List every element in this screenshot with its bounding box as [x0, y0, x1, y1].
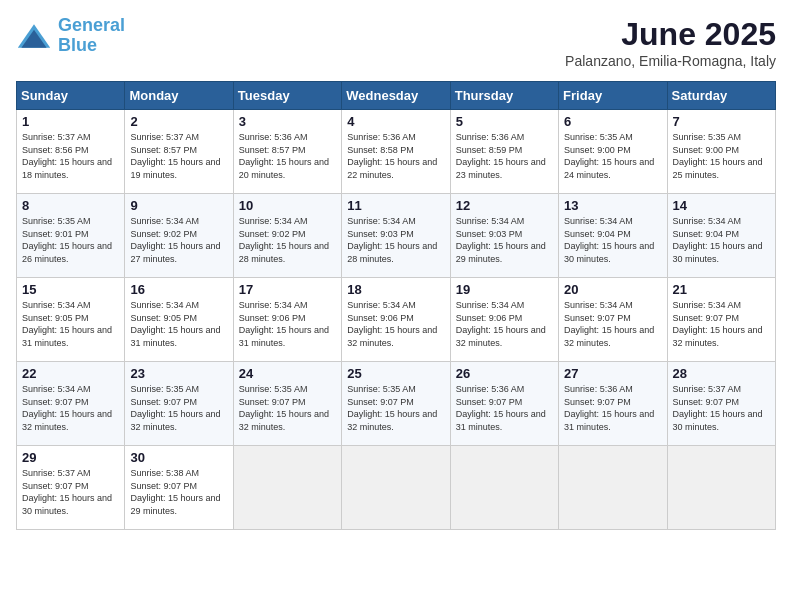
logo-icon	[16, 22, 52, 50]
week-row-4: 22Sunrise: 5:34 AMSunset: 9:07 PMDayligh…	[17, 362, 776, 446]
table-row	[233, 446, 341, 530]
table-row: 24Sunrise: 5:35 AMSunset: 9:07 PMDayligh…	[233, 362, 341, 446]
title-block: June 2025 Palanzano, Emilia-Romagna, Ita…	[565, 16, 776, 69]
table-row: 5Sunrise: 5:36 AMSunset: 8:59 PMDaylight…	[450, 110, 558, 194]
table-row	[450, 446, 558, 530]
calendar-title: June 2025	[565, 16, 776, 53]
header-saturday: Saturday	[667, 82, 775, 110]
week-row-2: 8Sunrise: 5:35 AMSunset: 9:01 PMDaylight…	[17, 194, 776, 278]
table-row: 4Sunrise: 5:36 AMSunset: 8:58 PMDaylight…	[342, 110, 450, 194]
page-header: General Blue June 2025 Palanzano, Emilia…	[16, 16, 776, 69]
table-row: 9Sunrise: 5:34 AMSunset: 9:02 PMDaylight…	[125, 194, 233, 278]
header-monday: Monday	[125, 82, 233, 110]
table-row: 20Sunrise: 5:34 AMSunset: 9:07 PMDayligh…	[559, 278, 667, 362]
header-row: Sunday Monday Tuesday Wednesday Thursday…	[17, 82, 776, 110]
header-tuesday: Tuesday	[233, 82, 341, 110]
table-row: 7Sunrise: 5:35 AMSunset: 9:00 PMDaylight…	[667, 110, 775, 194]
header-wednesday: Wednesday	[342, 82, 450, 110]
table-row: 28Sunrise: 5:37 AMSunset: 9:07 PMDayligh…	[667, 362, 775, 446]
table-row: 23Sunrise: 5:35 AMSunset: 9:07 PMDayligh…	[125, 362, 233, 446]
table-row: 29Sunrise: 5:37 AMSunset: 9:07 PMDayligh…	[17, 446, 125, 530]
table-row: 19Sunrise: 5:34 AMSunset: 9:06 PMDayligh…	[450, 278, 558, 362]
table-row: 12Sunrise: 5:34 AMSunset: 9:03 PMDayligh…	[450, 194, 558, 278]
table-row: 21Sunrise: 5:34 AMSunset: 9:07 PMDayligh…	[667, 278, 775, 362]
table-row: 8Sunrise: 5:35 AMSunset: 9:01 PMDaylight…	[17, 194, 125, 278]
table-row: 2Sunrise: 5:37 AMSunset: 8:57 PMDaylight…	[125, 110, 233, 194]
table-row: 22Sunrise: 5:34 AMSunset: 9:07 PMDayligh…	[17, 362, 125, 446]
week-row-3: 15Sunrise: 5:34 AMSunset: 9:05 PMDayligh…	[17, 278, 776, 362]
table-row: 26Sunrise: 5:36 AMSunset: 9:07 PMDayligh…	[450, 362, 558, 446]
table-row: 1Sunrise: 5:37 AMSunset: 8:56 PMDaylight…	[17, 110, 125, 194]
table-row: 11Sunrise: 5:34 AMSunset: 9:03 PMDayligh…	[342, 194, 450, 278]
table-row: 17Sunrise: 5:34 AMSunset: 9:06 PMDayligh…	[233, 278, 341, 362]
table-row: 27Sunrise: 5:36 AMSunset: 9:07 PMDayligh…	[559, 362, 667, 446]
week-row-5: 29Sunrise: 5:37 AMSunset: 9:07 PMDayligh…	[17, 446, 776, 530]
table-row	[342, 446, 450, 530]
header-friday: Friday	[559, 82, 667, 110]
calendar-table: Sunday Monday Tuesday Wednesday Thursday…	[16, 81, 776, 530]
week-row-1: 1Sunrise: 5:37 AMSunset: 8:56 PMDaylight…	[17, 110, 776, 194]
calendar-subtitle: Palanzano, Emilia-Romagna, Italy	[565, 53, 776, 69]
table-row: 6Sunrise: 5:35 AMSunset: 9:00 PMDaylight…	[559, 110, 667, 194]
table-row: 10Sunrise: 5:34 AMSunset: 9:02 PMDayligh…	[233, 194, 341, 278]
table-row: 14Sunrise: 5:34 AMSunset: 9:04 PMDayligh…	[667, 194, 775, 278]
header-thursday: Thursday	[450, 82, 558, 110]
table-row: 30Sunrise: 5:38 AMSunset: 9:07 PMDayligh…	[125, 446, 233, 530]
table-row: 15Sunrise: 5:34 AMSunset: 9:05 PMDayligh…	[17, 278, 125, 362]
table-row: 13Sunrise: 5:34 AMSunset: 9:04 PMDayligh…	[559, 194, 667, 278]
table-row: 18Sunrise: 5:34 AMSunset: 9:06 PMDayligh…	[342, 278, 450, 362]
table-row	[559, 446, 667, 530]
table-row: 25Sunrise: 5:35 AMSunset: 9:07 PMDayligh…	[342, 362, 450, 446]
header-sunday: Sunday	[17, 82, 125, 110]
table-row	[667, 446, 775, 530]
table-row: 3Sunrise: 5:36 AMSunset: 8:57 PMDaylight…	[233, 110, 341, 194]
logo-text: General Blue	[58, 16, 125, 56]
logo: General Blue	[16, 16, 125, 56]
table-row: 16Sunrise: 5:34 AMSunset: 9:05 PMDayligh…	[125, 278, 233, 362]
